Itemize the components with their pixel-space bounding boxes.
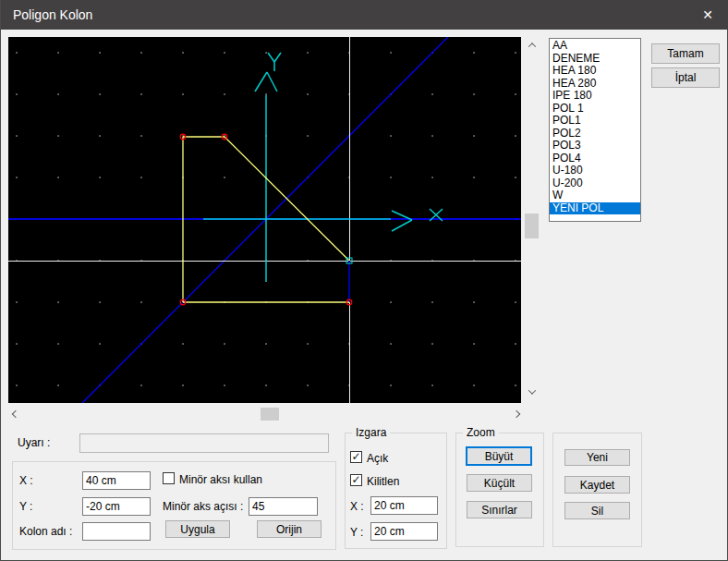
grid-x-input[interactable] — [370, 496, 438, 515]
close-icon[interactable]: ✕ — [686, 0, 728, 30]
chevron-down-icon — [528, 386, 535, 394]
kaydet-button[interactable]: Kaydet — [564, 476, 630, 494]
grid-group-title: Izgara — [352, 426, 390, 439]
warning-label: Uyarı : — [18, 436, 50, 449]
profile-listbox[interactable]: AADENEMEHEA 180HEA 280IPE 180POL 1POL1PO… — [549, 38, 641, 222]
uygula-button[interactable]: Uygula — [165, 520, 230, 538]
minor-axis-checkbox-label: Minör aksı kullan — [179, 473, 262, 486]
grid-x-label: X : — [350, 500, 364, 513]
grid-on-checkbox-label: Açık — [367, 452, 388, 465]
chevron-left-icon — [12, 410, 19, 418]
list-item[interactable]: IPE 180 — [550, 90, 640, 103]
list-item[interactable]: YENI POL — [550, 202, 640, 215]
warning-field — [79, 433, 329, 453]
scroll-left-icon[interactable] — [8, 407, 23, 421]
list-item[interactable]: POL2 — [550, 128, 640, 140]
canvas-horizontal-scrollbar[interactable] — [8, 407, 524, 421]
list-item[interactable]: POL1 — [550, 115, 640, 128]
column-name-label: Kolon adı : — [19, 525, 72, 538]
list-item[interactable]: POL4 — [550, 152, 640, 165]
chevron-right-icon — [513, 410, 520, 418]
list-item[interactable]: W — [550, 189, 640, 202]
horizontal-scroll-thumb[interactable] — [261, 408, 279, 421]
minor-angle-label: Minör aks açısı : — [163, 500, 243, 513]
cad-drawing — [8, 37, 521, 403]
x-label: X : — [19, 474, 33, 487]
list-item[interactable]: POL 1 — [550, 103, 640, 116]
tamam-button[interactable]: Tamam — [651, 43, 720, 64]
scroll-right-icon[interactable] — [509, 407, 524, 421]
list-item[interactable]: HEA 180 — [550, 65, 640, 78]
list-item[interactable]: DENEME — [550, 53, 640, 66]
grid-y-input[interactable] — [370, 522, 438, 541]
grid-y-label: Y : — [350, 526, 363, 539]
list-item[interactable]: AA — [550, 40, 640, 53]
minor-axis-checkbox[interactable] — [163, 472, 175, 484]
window-title: Poligon Kolon — [13, 0, 92, 30]
scroll-down-icon[interactable] — [524, 384, 540, 399]
column-name-input[interactable] — [82, 522, 151, 541]
list-item[interactable]: U-200 — [550, 177, 640, 190]
list-item[interactable]: POL3 — [550, 140, 640, 152]
minor-angle-input[interactable] — [249, 497, 318, 516]
drawing-canvas[interactable] — [8, 37, 521, 403]
kucult-button[interactable]: Küçült — [467, 474, 532, 492]
chevron-up-icon — [528, 43, 535, 50]
scroll-up-icon[interactable] — [524, 37, 540, 53]
sil-button[interactable]: Sil — [564, 502, 630, 519]
poligon-kolon-dialog: Poligon Kolon ✕ AADENEMEHEA 180HEA 280IP… — [0, 0, 728, 561]
grid-lock-checkbox[interactable]: ✓ — [350, 474, 362, 486]
sinirlar-button[interactable]: Sınırlar — [467, 501, 532, 518]
buyut-button[interactable]: Büyüt — [466, 446, 532, 466]
vertical-scroll-thumb[interactable] — [525, 213, 539, 238]
y-coordinate-input[interactable] — [82, 497, 151, 516]
y-label: Y : — [19, 500, 32, 513]
list-item[interactable]: HEA 280 — [550, 78, 640, 91]
titlebar: Poligon Kolon ✕ — [1, 0, 728, 30]
x-coordinate-input[interactable] — [82, 471, 151, 490]
canvas-vertical-scrollbar[interactable] — [524, 37, 540, 399]
iptal-button[interactable]: İptal — [651, 67, 720, 88]
orijin-button[interactable]: Orijin — [257, 520, 322, 538]
list-item[interactable]: U-180 — [550, 165, 640, 177]
yeni-button[interactable]: Yeni — [564, 449, 630, 466]
zoom-group-title: Zoom — [463, 426, 499, 439]
grid-on-checkbox[interactable]: ✓ — [350, 451, 362, 463]
grid-lock-checkbox-label: Kilitlen — [367, 475, 399, 488]
